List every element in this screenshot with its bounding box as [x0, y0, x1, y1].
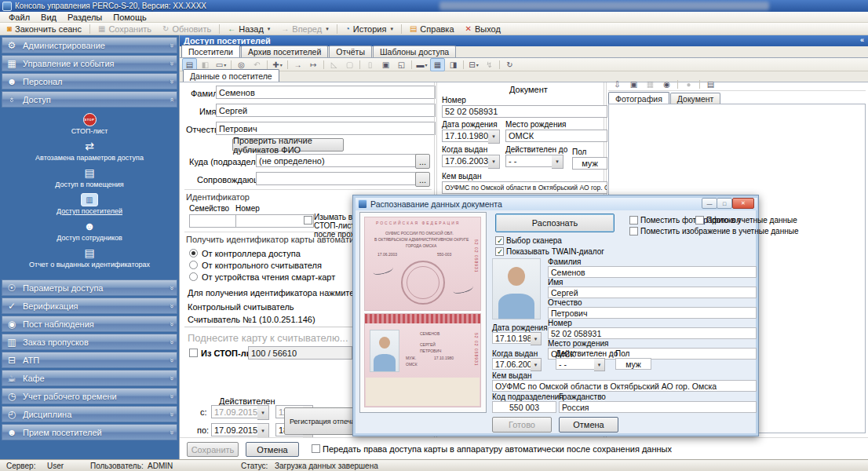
forward-button[interactable]: →Вперед	[275, 23, 334, 35]
dlg-sex-field[interactable]: муж	[615, 358, 651, 370]
dlg-surname-field[interactable]: Семенов	[548, 266, 757, 278]
dlg-valid-until-field[interactable]: - -	[556, 358, 600, 370]
sidebar-group-management-events[interactable]: ▦Управление и события	[2, 55, 177, 71]
sidebar-item-stop-list[interactable]: STOP СТОП-лист	[0, 113, 179, 135]
sidebar-item-room-access[interactable]: ▤ Доступ в помещения	[0, 166, 179, 188]
sidebar-group-cafe[interactable]: ☕Кафе	[2, 370, 177, 386]
sidebar-item-employee-access[interactable]: ☻ Доступ сотрудников	[0, 220, 179, 242]
refresh-view-icon[interactable]: ↻	[502, 58, 517, 71]
save-button[interactable]: Сохранить	[187, 442, 239, 457]
sidebar-group-discipline[interactable]: ◴Дисциплина	[2, 406, 177, 422]
move-visitor-icon[interactable]: ↦	[306, 58, 321, 71]
withdraw-checkbox[interactable]	[304, 216, 312, 225]
toolbar-button[interactable]	[89, 24, 90, 34]
save-photo-icon[interactable]: ▦	[643, 78, 658, 91]
family-field[interactable]	[189, 214, 236, 228]
reader-display-icon[interactable]: ◨	[446, 58, 461, 71]
radio-control-reader[interactable]	[189, 261, 198, 269]
doc-sex-field[interactable]: муж	[572, 157, 607, 170]
dialog-maximize-button[interactable]: □	[717, 198, 732, 209]
window-icon[interactable]: ▢	[342, 58, 357, 71]
doc-birth-place-field[interactable]: ОМСК	[505, 130, 607, 142]
escort-browse-button[interactable]: ...	[415, 172, 430, 187]
dlg-patronymic-field[interactable]: Петрович	[548, 307, 757, 319]
record-toolbar-icon[interactable]	[231, 60, 232, 69]
done-button[interactable]: Готово	[492, 417, 552, 433]
document-icon[interactable]: ▯	[363, 58, 377, 71]
snapshot-icon[interactable]: ◱	[394, 58, 409, 71]
patronymic-field[interactable]: Петрович	[216, 122, 436, 135]
record-toolbar-icon[interactable]	[499, 60, 500, 69]
sidebar-group-visitor-reception[interactable]: ☻Прием посетителей	[2, 424, 177, 440]
record-toolbar-icon[interactable]	[267, 60, 268, 69]
doc-birth-date-field[interactable]: 17.10.1980	[442, 130, 494, 142]
protocol-checkbox[interactable]	[695, 216, 704, 225]
end-session-button[interactable]: ◙Закончить сеанс	[2, 23, 87, 35]
exit-button[interactable]: ✕Выход	[460, 23, 506, 35]
from-stoplist-checkbox[interactable]	[189, 349, 198, 357]
sidebar-item-auto-replace[interactable]: ⇄ Автозамена параметров доступа	[0, 140, 179, 162]
delete-photo-icon[interactable]: ●	[681, 78, 696, 91]
radio-controller[interactable]	[189, 249, 198, 257]
record-toolbar-icon[interactable]	[323, 60, 324, 69]
sidebar-group-personnel[interactable]: ☻Персонал	[2, 73, 177, 89]
camera-icon[interactable]: ◉	[659, 78, 674, 91]
recognize-button[interactable]: Распознать	[495, 214, 615, 232]
stoplist-counter-field[interactable]: 100 / 56610	[248, 346, 352, 360]
department-browse-button[interactable]: ...	[415, 154, 430, 169]
toolbar-button[interactable]	[219, 24, 220, 34]
tab-visitor-data[interactable]: Данные о посетителе	[183, 69, 279, 82]
sidebar-group-time-tracking[interactable]: ◷Учет рабочего времени	[2, 388, 177, 404]
valid-to-date-field[interactable]: 17.09.2015	[211, 423, 263, 436]
tab-photo[interactable]: Фотография	[608, 92, 669, 104]
tab-document[interactable]: Документ	[670, 93, 721, 104]
record-toolbar-icon[interactable]	[411, 60, 412, 69]
dlg-citizenship-field[interactable]: Россия	[559, 401, 757, 413]
dlg-birth-date-field[interactable]: 17.10.1980	[492, 332, 536, 344]
dlg-issue-date-field[interactable]: 17.06.2003	[492, 358, 536, 370]
place-image-checkbox[interactable]	[629, 227, 638, 236]
scanner-icon[interactable]: ▬	[414, 58, 429, 71]
menu-view[interactable]: Вид	[35, 13, 62, 22]
tab-visitor-archive[interactable]: Архив посетителей	[241, 46, 328, 57]
tab-access-templates[interactable]: Шаблоны доступа	[373, 46, 456, 57]
place-photo-checkbox[interactable]	[629, 216, 638, 225]
dlg-issuer-field[interactable]: ОУФМС по Омской области в Октябрьский АО…	[492, 380, 757, 392]
menu-help[interactable]: Помощь	[108, 13, 152, 22]
toolbar-button[interactable]	[401, 24, 402, 34]
menu-sections[interactable]: Разделы	[62, 13, 108, 22]
card-number-field[interactable]	[235, 214, 314, 228]
menu-file[interactable]: Файл	[3, 13, 35, 22]
record-toolbar-icon[interactable]	[463, 60, 464, 69]
edit-template-icon[interactable]: ◺	[326, 58, 341, 71]
surname-field[interactable]: Семенов	[216, 86, 436, 99]
collapse-panel-icon[interactable]: «	[860, 36, 864, 44]
sidebar-group-verification[interactable]: ✓Верификация	[2, 298, 177, 314]
dlg-division-field[interactable]: 550 003	[492, 401, 556, 413]
scan-passport-icon[interactable]: ▤	[703, 78, 718, 91]
escort-field[interactable]	[256, 172, 418, 185]
sidebar-item-id-report[interactable]: ▤ Отчет о выданных идентификаторах	[0, 246, 179, 268]
toolbar-button[interactable]	[337, 24, 337, 34]
display-toggle-icon[interactable]: ▦	[430, 58, 445, 71]
transfer-to-staff-icon[interactable]: →	[290, 58, 305, 71]
doc-number-field[interactable]: 52 02 058931	[442, 105, 607, 118]
record-toolbar-icon[interactable]	[287, 60, 288, 69]
tab-reports[interactable]: Отчёты	[329, 46, 372, 57]
quick-print-icon[interactable]: ↯	[482, 58, 497, 71]
copy-window-icon[interactable]: ▣	[378, 58, 393, 71]
doc-valid-until-field[interactable]: - -	[505, 155, 557, 167]
save-toolbar-button[interactable]: ▦Сохранить	[93, 23, 157, 35]
sidebar-group-observation[interactable]: ◉Пост наблюдения	[2, 316, 177, 332]
paste-photo-icon[interactable]: ▣	[626, 78, 641, 91]
check-duplicates-button[interactable]: Проверить наличие дубликатов ФИО	[232, 138, 344, 152]
scanner-select-checkbox[interactable]	[495, 236, 504, 245]
sidebar-group-access[interactable]: ♀Доступ	[2, 91, 177, 108]
dialog-minimize-button[interactable]: —	[702, 198, 717, 209]
photo-toolbar-icon[interactable]	[677, 80, 678, 89]
back-button[interactable]: ←Назад	[222, 23, 275, 35]
radio-smartcard[interactable]	[189, 272, 198, 281]
print-icon[interactable]: ⊟	[466, 58, 481, 71]
dlg-name-field[interactable]: Сергей	[548, 287, 757, 298]
sidebar-group-pass-order[interactable]: ▥Заказ пропусков	[2, 334, 177, 350]
